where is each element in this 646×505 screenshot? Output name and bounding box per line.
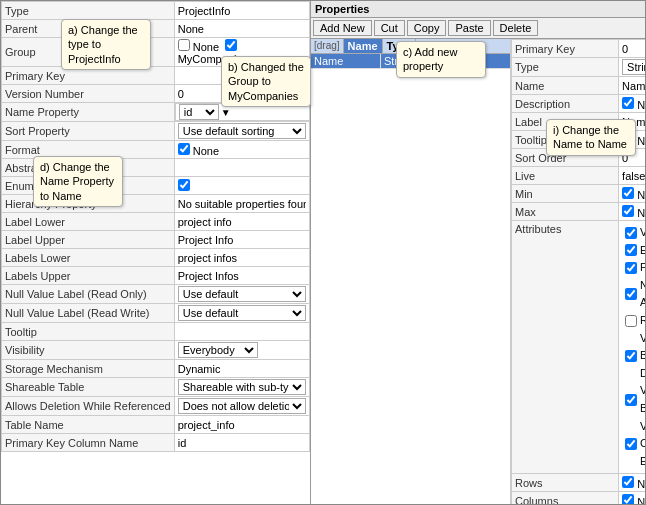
delete-button[interactable]: Delete (493, 20, 539, 36)
field-value: None (619, 492, 645, 504)
required-checkbox[interactable] (625, 315, 637, 327)
callout-b: b) Changed the Group to MyCompanies (221, 56, 311, 107)
field-label: Labels Upper (2, 267, 175, 285)
live-input[interactable] (622, 170, 645, 182)
attr-null-allowed: Null Allowed (625, 277, 645, 312)
field-label: Type (2, 2, 175, 20)
attributes-group: Visible Editable Persistent Null Allowed… (622, 222, 645, 472)
description-checkbox[interactable] (622, 97, 634, 109)
table-row: Max None (512, 203, 646, 221)
visible-biskit-detail-checkbox[interactable] (625, 350, 637, 362)
field-label: Version Number (2, 85, 175, 103)
max-checkbox[interactable] (622, 205, 634, 217)
table-row: Labels Upper (2, 267, 310, 285)
field-label: Live (512, 167, 619, 185)
field-value (174, 2, 309, 20)
none-checkbox[interactable] (178, 39, 190, 51)
table-row: Rows None (512, 474, 646, 492)
properties-header: Properties (311, 1, 645, 18)
null-allowed-checkbox[interactable] (625, 288, 637, 300)
name-column-header[interactable]: Name (344, 39, 383, 53)
abstract-input[interactable] (178, 162, 306, 174)
field-label: Label Lower (2, 213, 175, 231)
field-value (174, 360, 309, 378)
visibility-select[interactable]: Everybody (178, 342, 258, 358)
table-row: Columns None (512, 492, 646, 504)
field-value (174, 195, 309, 213)
enumerable-checkbox[interactable] (178, 179, 190, 191)
table-row: Shareable Table Shareable with sub-types (2, 378, 310, 397)
field-label: Min (512, 185, 619, 203)
table-row: Allows Deletion While Referenced Does no… (2, 397, 310, 416)
mycompanies-checkbox[interactable] (225, 39, 237, 51)
add-new-button[interactable]: Add New (313, 20, 372, 36)
editable-checkbox[interactable] (625, 244, 637, 256)
min-checkbox[interactable] (622, 187, 634, 199)
table-row: Null Value Label (Read Write) Use defaul… (2, 304, 310, 323)
field-label: Visibility (2, 341, 175, 360)
type-input[interactable] (178, 5, 306, 17)
field-value (174, 249, 309, 267)
table-row: Label Lower (2, 213, 310, 231)
field-value: Everybody (174, 341, 309, 360)
field-value (174, 323, 309, 341)
parent-input[interactable] (178, 23, 306, 35)
cut-button[interactable]: Cut (374, 20, 405, 36)
format-checkbox[interactable] (178, 143, 190, 155)
label-upper-input[interactable] (178, 234, 306, 246)
field-value: None (619, 95, 645, 113)
prop-name-input[interactable] (622, 80, 645, 92)
persistent-checkbox[interactable] (625, 262, 637, 274)
hierarchy-property-input[interactable] (178, 198, 306, 210)
name-property-select[interactable]: id name (179, 104, 219, 120)
attr-visible-biskit-detail: Visible In Biskit Detail (625, 330, 645, 383)
field-label: Type (512, 58, 619, 77)
table-name-input[interactable] (178, 419, 306, 431)
paste-button[interactable]: Paste (448, 20, 490, 36)
field-label: Table Name (2, 416, 175, 434)
field-label: Tooltip (2, 323, 175, 341)
table-row: Name (512, 77, 646, 95)
label-lower-input[interactable] (178, 216, 306, 228)
table-row: Min None (512, 185, 646, 203)
detail-table: Primary Key Type String (511, 39, 645, 504)
callout-d: d) Change the Name Property to Name (33, 156, 123, 207)
field-value: None (174, 141, 309, 159)
field-label: Description (512, 95, 619, 113)
pk-input[interactable] (622, 43, 645, 55)
visible-collection-editor-checkbox[interactable] (625, 438, 637, 450)
field-label: Max (512, 203, 619, 221)
rows-checkbox[interactable] (622, 476, 634, 488)
sort-property-select[interactable]: Use default sorting (178, 123, 306, 139)
table-row: Type (2, 2, 310, 20)
field-label: Storage Mechanism (2, 360, 175, 378)
table-row: Parent (2, 20, 310, 38)
copy-button[interactable]: Copy (407, 20, 447, 36)
field-label: Shareable Table (2, 378, 175, 397)
field-value (174, 213, 309, 231)
field-value: None (619, 185, 645, 203)
labels-lower-input[interactable] (178, 252, 306, 264)
visible-biskit-list-checkbox[interactable] (625, 394, 637, 406)
field-label: Primary Key (512, 40, 619, 58)
storage-mechanism-input[interactable] (178, 363, 306, 375)
labels-upper-input[interactable] (178, 270, 306, 282)
visible-checkbox[interactable] (625, 227, 637, 239)
primary-key-column-input[interactable] (178, 437, 306, 449)
tooltip-input[interactable] (178, 326, 306, 338)
table-row: Tooltip (2, 323, 310, 341)
shareable-table-select[interactable]: Shareable with sub-types (178, 379, 306, 395)
allows-deletion-select[interactable]: Does not allow deletion (178, 398, 306, 414)
table-row: Table Name (2, 416, 310, 434)
null-label-readwrite-select[interactable]: Use default (178, 305, 306, 321)
attr-visible-biskit-list: Visible In Biskit List (625, 382, 645, 417)
attr-persistent: Persistent (625, 259, 645, 277)
prop-type-select[interactable]: String (622, 59, 645, 75)
drag-column-header: [drag] (311, 39, 344, 53)
columns-checkbox[interactable] (622, 494, 634, 504)
field-value (174, 267, 309, 285)
field-value: Does not allow deletion (174, 397, 309, 416)
null-label-readonly-select[interactable]: Use default (178, 286, 306, 302)
field-label: Primary Key Column Name (2, 434, 175, 452)
field-value: Shareable with sub-types (174, 378, 309, 397)
